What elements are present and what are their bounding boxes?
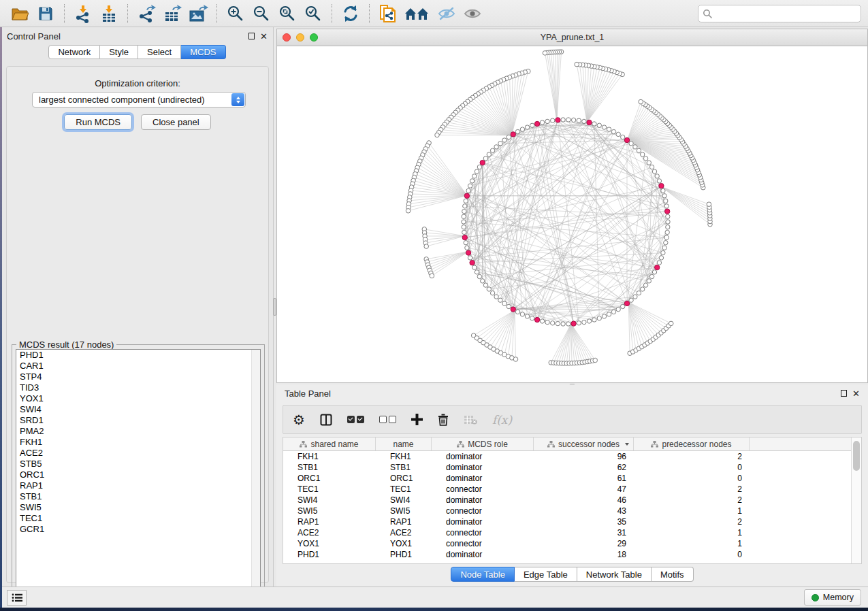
table-tab-network-table[interactable]: Network Table xyxy=(577,567,652,582)
delete-column-button[interactable] xyxy=(438,413,449,426)
table-cell: 61 xyxy=(534,473,634,484)
table-cell: 62 xyxy=(534,462,634,473)
table-cell: STB1 xyxy=(376,462,432,473)
mcds-result-node[interactable]: ORC1 xyxy=(16,469,260,480)
table-cell: 1 xyxy=(634,527,750,538)
mcds-result-list[interactable]: PHD1CAR1STP4TID3YOX1SWI4SRD1PMA2FKH1ACE2… xyxy=(16,349,261,594)
run-mcds-button[interactable]: Run MCDS xyxy=(64,114,132,130)
mcds-result-node[interactable]: TEC1 xyxy=(16,513,260,524)
mcds-result-node[interactable]: FKH1 xyxy=(16,437,260,448)
panel-splitter-handle[interactable] xyxy=(273,298,276,316)
network-window-titlebar[interactable]: YPA_prune.txt_1 xyxy=(277,29,867,46)
table-row[interactable]: ORC1ORC1dominator610 xyxy=(283,473,861,484)
column-header-name[interactable]: name xyxy=(376,437,432,450)
import-network-icon xyxy=(74,4,93,23)
table-cell: ORC1 xyxy=(376,473,432,484)
close-panel-button[interactable]: Close panel xyxy=(141,114,211,130)
table-row[interactable]: FKH1FKH1dominator962 xyxy=(283,451,861,462)
zoom-selected-button[interactable] xyxy=(302,3,325,24)
table-cell: 2 xyxy=(634,484,750,495)
mcds-result-node[interactable]: STP4 xyxy=(16,371,260,382)
table-row[interactable]: STB1STB1dominator620 xyxy=(283,462,861,473)
mcds-result-node[interactable]: GCR1 xyxy=(16,524,260,535)
table-cell: FKH1 xyxy=(283,451,376,462)
mcds-result-node[interactable]: TID3 xyxy=(16,382,260,393)
mcds-result-node[interactable]: CAR1 xyxy=(16,361,260,371)
status-bar: Memory xyxy=(0,587,868,608)
table-row[interactable]: SWI4SWI4dominator462 xyxy=(283,495,861,506)
create-column-button[interactable] xyxy=(411,414,423,425)
tab-mcds[interactable]: MCDS xyxy=(181,45,225,59)
column-header-predecessor-nodes[interactable]: predecessor nodes xyxy=(634,437,750,450)
hide-selected-button[interactable] xyxy=(435,3,458,24)
checked-box-icon xyxy=(357,416,364,423)
memory-status-icon xyxy=(811,594,819,601)
column-header-shared-name[interactable]: shared name xyxy=(283,437,376,450)
import-network-button[interactable] xyxy=(71,3,95,24)
table-settings-button[interactable]: ⚙ xyxy=(293,413,305,427)
search-input[interactable] xyxy=(698,5,861,22)
table-tab-node-table[interactable]: Node Table xyxy=(451,567,515,582)
zoom-out-button[interactable] xyxy=(250,3,273,24)
column-settings-button[interactable] xyxy=(320,414,332,426)
tab-style[interactable]: Style xyxy=(100,45,138,59)
function-builder-button-disabled: f(x) xyxy=(492,413,512,427)
table-row[interactable]: ACE2ACE2connector311 xyxy=(283,527,861,538)
refresh-view-button[interactable] xyxy=(339,3,362,24)
table-row[interactable]: YOX1YOX1connector291 xyxy=(283,538,861,549)
control-panel-title: Control Panel xyxy=(7,31,61,42)
mcds-result-node[interactable]: PMA2 xyxy=(16,426,260,437)
table-header-row: shared namenameMCDS rolesuccessor nodesp… xyxy=(283,437,861,451)
float-table-panel-icon[interactable] xyxy=(841,390,847,397)
tab-network[interactable]: Network xyxy=(48,45,100,59)
table-scrollbar[interactable] xyxy=(851,437,861,563)
table-row[interactable]: TEC1TEC1connector472 xyxy=(283,484,861,495)
list-scrollbar[interactable] xyxy=(251,350,260,593)
unselect-all-columns-button[interactable] xyxy=(379,416,396,423)
show-all-button[interactable] xyxy=(461,3,484,24)
zoom-in-button[interactable] xyxy=(224,3,247,24)
mcds-result-node[interactable]: SRD1 xyxy=(16,415,260,426)
neighborhood-button[interactable] xyxy=(402,3,432,24)
export-image-button[interactable] xyxy=(187,3,210,24)
mcds-result-node[interactable]: SWI5 xyxy=(16,502,260,513)
tab-select[interactable]: Select xyxy=(138,45,181,59)
export-network-button[interactable] xyxy=(135,3,158,24)
mcds-result-node[interactable]: PHD1 xyxy=(16,350,260,361)
import-table-button[interactable] xyxy=(97,3,120,24)
control-panel: Control Panel ✕ NetworkStyleSelectMCDS O… xyxy=(1,27,274,587)
table-row[interactable]: PHD1PHD1dominator180 xyxy=(283,549,861,560)
float-panel-icon[interactable] xyxy=(248,33,255,39)
zoom-fit-button[interactable] xyxy=(276,3,299,24)
select-stepper-icon xyxy=(231,93,244,106)
save-session-button[interactable] xyxy=(34,3,57,24)
mcds-result-node[interactable]: RAP1 xyxy=(16,480,260,491)
close-panel-icon[interactable]: ✕ xyxy=(260,32,268,41)
mcds-result-node[interactable]: YOX1 xyxy=(16,393,260,404)
scrollbar-thumb[interactable] xyxy=(853,441,860,471)
duplicate-network-button[interactable] xyxy=(376,3,400,24)
close-table-panel-icon[interactable]: ✕ xyxy=(852,389,860,398)
mcds-result-node[interactable]: SWI4 xyxy=(16,404,260,415)
open-file-button[interactable] xyxy=(8,3,31,24)
column-header-MCDS-role[interactable]: MCDS role xyxy=(432,437,534,450)
table-tab-motifs[interactable]: Motifs xyxy=(652,567,694,582)
table-row[interactable]: RAP1RAP1dominator352 xyxy=(283,516,861,527)
mcds-result-node[interactable]: STB5 xyxy=(16,459,260,469)
network-canvas[interactable] xyxy=(277,46,867,382)
table-row[interactable]: SWI5SWI5connector431 xyxy=(283,506,861,516)
mcds-result-node[interactable]: STB1 xyxy=(16,491,260,502)
select-all-columns-button[interactable] xyxy=(347,416,364,423)
export-network-icon xyxy=(137,4,156,23)
table-panel: Table Panel ✕ ⚙ xyxy=(276,384,868,587)
export-table-button[interactable] xyxy=(161,3,184,24)
table-tab-edge-table[interactable]: Edge Table xyxy=(515,567,577,582)
task-history-button[interactable] xyxy=(7,590,27,606)
criterion-select[interactable]: largest connected component (undirected) xyxy=(32,92,246,108)
memory-button[interactable]: Memory xyxy=(804,589,861,606)
table-cell: RAP1 xyxy=(283,516,376,527)
column-header-successor-nodes[interactable]: successor nodes xyxy=(534,437,634,450)
mcds-result-node[interactable]: ACE2 xyxy=(16,448,260,459)
list-icon xyxy=(12,593,22,602)
table-cell: 2 xyxy=(634,451,750,462)
